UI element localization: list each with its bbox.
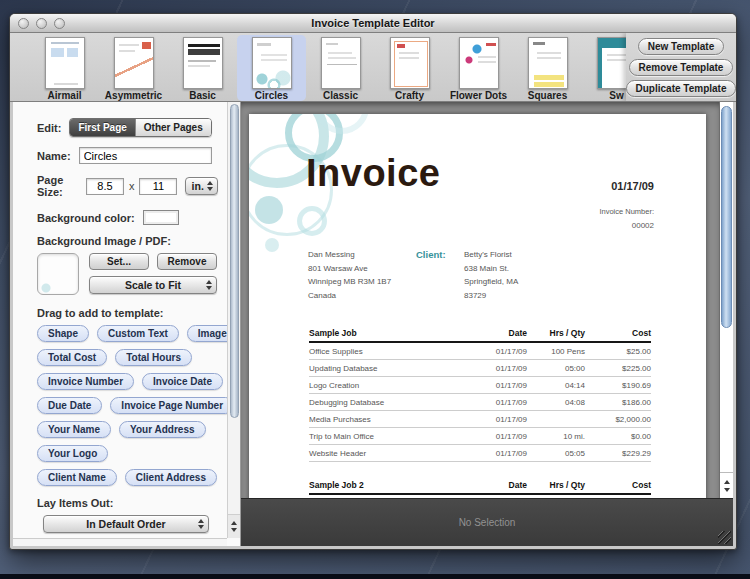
scroll-down-icon[interactable] xyxy=(231,528,237,532)
selection-status-bar: No Selection xyxy=(241,498,733,546)
table-row[interactable]: Updating Database01/17/0905:00$225.00 xyxy=(309,360,651,377)
drag-pill-client-name[interactable]: Client Name xyxy=(37,469,117,486)
duplicate-template-button[interactable]: Duplicate Template xyxy=(626,80,736,97)
template-thumbnail xyxy=(252,37,292,89)
invoice-title[interactable]: Invoice xyxy=(306,152,440,195)
drag-to-add-label: Drag to add to template: xyxy=(37,307,218,319)
remove-template-button[interactable]: Remove Template xyxy=(629,59,734,76)
stepper-icon xyxy=(206,277,212,293)
scroll-down-icon[interactable] xyxy=(724,488,730,492)
editor-sidebar: Edit: First Page Other Pages Name: Page … xyxy=(13,102,241,546)
drag-pill-invoice-number[interactable]: Invoice Number xyxy=(37,373,134,390)
template-label: Asymmetric xyxy=(105,90,162,101)
titlebar[interactable]: Invoice Template Editor xyxy=(10,14,736,33)
table-row[interactable]: Debugging Database01/17/0904:08$186.00 xyxy=(309,394,651,411)
minimize-button[interactable] xyxy=(36,18,47,29)
drag-pill-total-cost[interactable]: Total Cost xyxy=(37,349,107,366)
zoom-button[interactable] xyxy=(54,18,65,29)
template-label: Crafty xyxy=(395,90,424,101)
invoice-meta: 01/17/09 Invoice Number: 00002 xyxy=(599,180,654,230)
drag-pill-invoice-page-number[interactable]: Invoice Page Number xyxy=(110,397,234,414)
sidebar-scrollbar[interactable] xyxy=(227,102,240,538)
invoice-number-label: Invoice Number: xyxy=(599,207,654,216)
pill-row: Your Logo xyxy=(37,445,218,462)
client-address[interactable]: Betty's Florist638 Main St.Springfield, … xyxy=(464,248,518,302)
template-item-circles[interactable]: Circles xyxy=(237,35,306,101)
tab-first-page[interactable]: First Page xyxy=(70,119,134,136)
table-row[interactable]: Trip to Main Office01/17/0910 mi.$0.00 xyxy=(309,428,651,445)
invoice-template-editor-window: Invoice Template Editor AirmailAsymmetri… xyxy=(9,13,737,550)
template-item-flower-dots[interactable]: Flower Dots xyxy=(444,35,513,101)
drag-pill-invoice-date[interactable]: Invoice Date xyxy=(142,373,223,390)
invoice-page[interactable]: Invoice 01/17/09 Invoice Number: 00002 D… xyxy=(249,114,706,498)
sidebar-horizontal-scrollbar[interactable] xyxy=(13,538,227,546)
resize-grip[interactable] xyxy=(718,531,731,544)
table-cell: 10 mi. xyxy=(527,432,585,441)
table-cell-description: Debugging Database xyxy=(309,398,465,407)
template-label: Flower Dots xyxy=(450,90,507,101)
units-select[interactable]: in. xyxy=(185,177,218,195)
preview-scrollbar[interactable] xyxy=(719,102,733,498)
background-image-well[interactable] xyxy=(37,253,79,295)
background-color-label: Background color: xyxy=(37,212,135,224)
drag-pill-client-address[interactable]: Client Address xyxy=(125,469,217,486)
table-cell: 01/17/09 xyxy=(465,432,527,441)
set-background-button[interactable]: Set... xyxy=(89,253,149,270)
scale-mode-select[interactable]: Scale to Fit xyxy=(89,276,217,294)
page-width-input[interactable] xyxy=(86,178,124,195)
scroll-up-icon[interactable] xyxy=(231,521,237,525)
client-label: Client: xyxy=(416,248,456,302)
table-cell: 01/17/09 xyxy=(465,381,527,390)
template-actions-panel: New TemplateRemove TemplateDuplicate Tem… xyxy=(626,33,736,101)
sidebar-scroll-arrows[interactable] xyxy=(227,514,240,538)
table-column-header: Date xyxy=(465,328,527,338)
sidebar-scrollbar-thumb[interactable] xyxy=(230,104,239,418)
template-item-asymmetric[interactable]: Asymmetric xyxy=(99,35,168,101)
drag-pill-custom-text[interactable]: Custom Text xyxy=(97,325,179,342)
drag-pill-your-address[interactable]: Your Address xyxy=(119,421,205,438)
template-item-classic[interactable]: Classic xyxy=(306,35,375,101)
table-cell: $0.00 xyxy=(585,432,651,441)
template-name-input[interactable] xyxy=(79,147,212,164)
preview-scroll-arrows[interactable] xyxy=(720,472,733,498)
preview-scrollbar-thumb[interactable] xyxy=(721,106,732,328)
template-label: Classic xyxy=(323,90,358,101)
new-template-button[interactable]: New Template xyxy=(638,38,725,55)
remove-background-button[interactable]: Remove xyxy=(157,253,217,270)
scroll-up-icon[interactable] xyxy=(724,480,730,484)
drag-pill-due-date[interactable]: Due Date xyxy=(37,397,102,414)
table-cell: 05:05 xyxy=(527,449,585,458)
background-color-well[interactable] xyxy=(143,210,179,225)
table-row[interactable]: Media Purchases01/17/09$2,000.00 xyxy=(309,411,651,428)
template-list: AirmailAsymmetricBasicCirclesClassicCraf… xyxy=(30,35,651,101)
template-item-airmail[interactable]: Airmail xyxy=(30,35,99,101)
table-row[interactable]: Office Supplies01/17/09100 Pens$25.00 xyxy=(309,343,651,360)
sender-address[interactable]: Dan Messing801 Warsaw AveWinnipeg MB R3M… xyxy=(308,248,416,302)
tab-other-pages[interactable]: Other Pages xyxy=(135,119,211,136)
template-item-crafty[interactable]: Crafty xyxy=(375,35,444,101)
template-label: Circles xyxy=(255,90,288,101)
invoice-table-header: Sample Job 2DateHrs / QtyCost xyxy=(309,480,651,495)
drag-pill-your-name[interactable]: Your Name xyxy=(37,421,111,438)
page-height-input[interactable] xyxy=(139,178,177,195)
lay-items-select[interactable]: In Default Order xyxy=(43,515,209,533)
table-row[interactable]: Logo Creation01/17/0904:14$190.69 xyxy=(309,377,651,394)
invoice-date[interactable]: 01/17/09 xyxy=(599,180,654,192)
template-thumbnail xyxy=(528,37,568,89)
pill-row: Client NameClient Address xyxy=(37,469,218,486)
template-item-basic[interactable]: Basic xyxy=(168,35,237,101)
invoice-number-value[interactable]: 00002 xyxy=(599,221,654,230)
units-value: in. xyxy=(192,180,204,192)
drag-pill-your-logo[interactable]: Your Logo xyxy=(37,445,108,462)
table-column-header: Hrs / Qty xyxy=(527,480,585,490)
template-label: Basic xyxy=(189,90,216,101)
preview-viewport[interactable]: Invoice 01/17/09 Invoice Number: 00002 D… xyxy=(241,102,719,498)
close-button[interactable] xyxy=(18,18,29,29)
from-address-line: Winnipeg MB R3M 1B7 xyxy=(308,275,416,289)
window-controls xyxy=(18,18,65,29)
template-item-squares[interactable]: Squares xyxy=(513,35,582,101)
drag-pill-shape[interactable]: Shape xyxy=(37,325,89,342)
drag-pill-total-hours[interactable]: Total Hours xyxy=(115,349,192,366)
template-thumbnail xyxy=(459,37,499,89)
table-row[interactable]: Website Header01/17/0905:05$229.29 xyxy=(309,445,651,462)
